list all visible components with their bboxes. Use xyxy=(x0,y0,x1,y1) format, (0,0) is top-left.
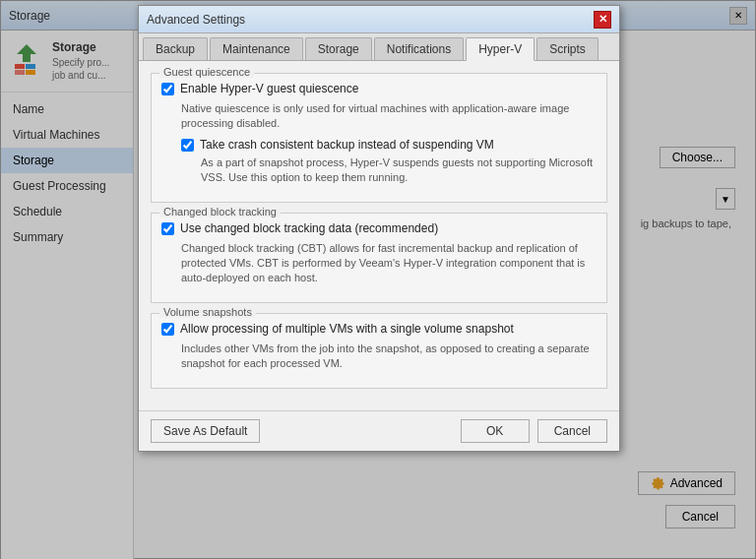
cbt-label: Changed block tracking xyxy=(159,206,281,217)
tab-notifications[interactable]: Notifications xyxy=(374,37,464,60)
volume-snapshots-section: Volume snapshots Allow processing of mul… xyxy=(151,313,607,389)
allow-multiple-vms-desc: Includes other VMs from the job into the… xyxy=(181,342,597,372)
dialog-close-button[interactable]: ✕ xyxy=(594,11,611,29)
cancel-button[interactable]: Cancel xyxy=(537,419,607,443)
dialog-footer: Save As Default OK Cancel xyxy=(139,410,619,451)
tab-scripts[interactable]: Scripts xyxy=(536,37,598,60)
volume-snapshots-label: Volume snapshots xyxy=(159,306,256,318)
dialog-content: Guest quiescence Enable Hyper-V guest qu… xyxy=(139,61,619,410)
crash-consistent-row: Take crash consistent backup instead of … xyxy=(181,138,597,152)
allow-multiple-vms-row: Allow processing of multiple VMs with a … xyxy=(161,322,597,336)
dialog-title: Advanced Settings xyxy=(147,13,245,27)
use-cbt-checkbox[interactable] xyxy=(161,222,174,235)
enable-quiescence-row: Enable Hyper-V guest quiescence xyxy=(161,82,597,95)
use-cbt-row: Use changed block tracking data (recomme… xyxy=(161,221,597,235)
tab-backup[interactable]: Backup xyxy=(143,37,208,60)
guest-quiescence-label: Guest quiescence xyxy=(159,66,254,78)
crash-consistent-label: Take crash consistent backup instead of … xyxy=(200,138,494,152)
ok-button[interactable]: OK xyxy=(461,419,530,443)
guest-quiescence-section: Guest quiescence Enable Hyper-V guest qu… xyxy=(151,73,607,203)
tab-hyper-v[interactable]: Hyper-V xyxy=(466,37,535,61)
use-cbt-label: Use changed block tracking data (recomme… xyxy=(180,221,438,235)
enable-quiescence-desc: Native quiescence is only used for virtu… xyxy=(181,101,597,132)
allow-multiple-vms-label: Allow processing of multiple VMs with a … xyxy=(180,322,514,336)
footer-right: OK Cancel xyxy=(461,419,607,443)
cbt-section: Changed block tracking Use changed block… xyxy=(151,213,607,303)
use-cbt-desc: Changed block tracking (CBT) allows for … xyxy=(181,241,597,286)
tab-storage[interactable]: Storage xyxy=(305,37,372,60)
dialog-titlebar: Advanced Settings ✕ xyxy=(139,6,619,33)
crash-consistent-checkbox[interactable] xyxy=(181,139,194,152)
allow-multiple-vms-checkbox[interactable] xyxy=(161,323,174,336)
save-default-button[interactable]: Save As Default xyxy=(151,419,260,443)
enable-quiescence-label: Enable Hyper-V guest quiescence xyxy=(180,82,358,95)
crash-consistent-desc: As a part of snapshot process, Hyper-V s… xyxy=(201,155,597,186)
footer-left: Save As Default xyxy=(151,419,260,443)
tab-maintenance[interactable]: Maintenance xyxy=(210,37,303,60)
enable-quiescence-checkbox[interactable] xyxy=(161,83,174,95)
advanced-settings-dialog: Advanced Settings ✕ Backup Maintenance S… xyxy=(138,5,620,452)
tabs-container: Backup Maintenance Storage Notifications… xyxy=(139,33,619,61)
